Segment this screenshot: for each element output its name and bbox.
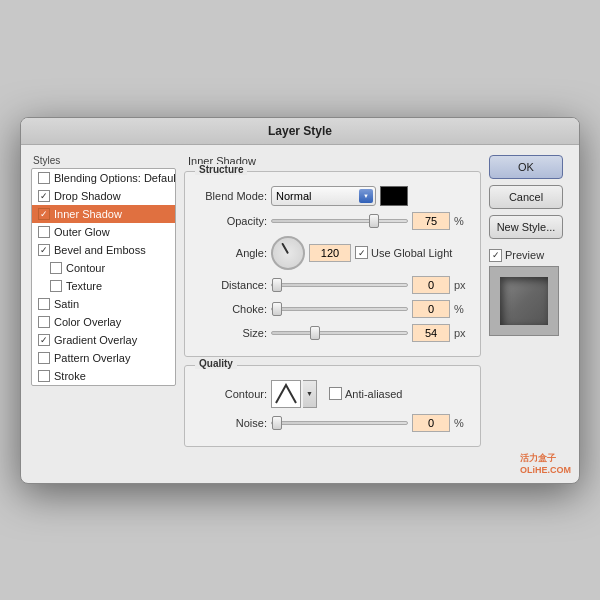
contour-select-wrap: ▼ xyxy=(271,380,317,408)
sidebar-item-satin[interactable]: Satin xyxy=(32,295,175,313)
sidebar-checkbox-gradient-overlay[interactable] xyxy=(38,334,50,346)
distance-unit: px xyxy=(454,279,470,291)
anti-aliased-label: Anti-aliased xyxy=(329,387,402,400)
sidebar-item-drop-shadow[interactable]: Drop Shadow xyxy=(32,187,175,205)
angle-row: Angle: 120 Use Global Light xyxy=(195,236,470,270)
noise-input[interactable]: 0 xyxy=(412,414,450,432)
sidebar-label-gradient-overlay: Gradient Overlay xyxy=(54,334,137,346)
noise-row: Noise: 0 % xyxy=(195,414,470,432)
sidebar-label-satin: Satin xyxy=(54,298,79,310)
sidebar-item-stroke[interactable]: Stroke xyxy=(32,367,175,385)
choke-slider[interactable] xyxy=(271,302,408,316)
distance-row: Distance: 0 px xyxy=(195,276,470,294)
styles-label: Styles xyxy=(31,155,176,166)
distance-input[interactable]: 0 xyxy=(412,276,450,294)
sidebar-item-color-overlay[interactable]: Color Overlay xyxy=(32,313,175,331)
noise-slider[interactable] xyxy=(271,416,408,430)
sidebar-label-drop-shadow: Drop Shadow xyxy=(54,190,121,202)
contour-thumbnail[interactable] xyxy=(271,380,301,408)
sidebar-label-outer-glow: Outer Glow xyxy=(54,226,110,238)
size-row: Size: 54 px xyxy=(195,324,470,342)
sidebar-item-texture[interactable]: Texture xyxy=(32,277,175,295)
sidebar-item-contour[interactable]: Contour xyxy=(32,259,175,277)
preview-label: Preview xyxy=(489,249,569,262)
choke-input[interactable]: 0 xyxy=(412,300,450,318)
new-style-button[interactable]: New Style... xyxy=(489,215,563,239)
distance-label: Distance: xyxy=(195,279,267,291)
sidebar-item-blending-options[interactable]: Blending Options: Default xyxy=(32,169,175,187)
sidebar-checkbox-texture[interactable] xyxy=(50,280,62,292)
sidebar-checkbox-pattern-overlay[interactable] xyxy=(38,352,50,364)
noise-thumb[interactable] xyxy=(272,416,282,430)
opacity-input[interactable]: 75 xyxy=(412,212,450,230)
structure-title: Structure xyxy=(195,164,247,175)
choke-row: Choke: 0 % xyxy=(195,300,470,318)
sidebar-checkbox-stroke[interactable] xyxy=(38,370,50,382)
contour-dropdown-arrow[interactable]: ▼ xyxy=(303,380,317,408)
sidebar-item-gradient-overlay[interactable]: Gradient Overlay xyxy=(32,331,175,349)
opacity-label: Opacity: xyxy=(195,215,267,227)
blend-mode-row: Blend Mode: Normal Multiply Screen xyxy=(195,186,470,206)
blend-mode-select-wrapper: Normal Multiply Screen xyxy=(271,186,376,206)
sidebar-label-bevel-emboss: Bevel and Emboss xyxy=(54,244,146,256)
distance-thumb[interactable] xyxy=(272,278,282,292)
dialog-footer: 活力盒子 OLiHE.COM xyxy=(21,465,579,483)
sidebar-checkbox-drop-shadow[interactable] xyxy=(38,190,50,202)
global-light-label: Use Global Light xyxy=(355,246,452,259)
size-thumb[interactable] xyxy=(310,326,320,340)
sidebar-label-contour: Contour xyxy=(66,262,105,274)
blend-mode-label: Blend Mode: xyxy=(195,190,267,202)
styles-list: Blending Options: DefaultDrop ShadowInne… xyxy=(31,168,176,386)
sidebar-item-outer-glow[interactable]: Outer Glow xyxy=(32,223,175,241)
preview-inner xyxy=(500,277,548,325)
sidebar-checkbox-satin[interactable] xyxy=(38,298,50,310)
opacity-thumb[interactable] xyxy=(369,214,379,228)
sidebar-checkbox-outer-glow[interactable] xyxy=(38,226,50,238)
sidebar-item-pattern-overlay[interactable]: Pattern Overlay xyxy=(32,349,175,367)
blend-mode-select[interactable]: Normal Multiply Screen xyxy=(271,186,376,206)
noise-label: Noise: xyxy=(195,417,267,429)
preview-checkbox[interactable] xyxy=(489,249,502,262)
size-unit: px xyxy=(454,327,470,339)
angle-input[interactable]: 120 xyxy=(309,244,351,262)
choke-unit: % xyxy=(454,303,470,315)
anti-aliased-checkbox[interactable] xyxy=(329,387,342,400)
sidebar-label-inner-shadow: Inner Shadow xyxy=(54,208,122,220)
sidebar-checkbox-color-overlay[interactable] xyxy=(38,316,50,328)
right-panel: OK Cancel New Style... Preview xyxy=(489,155,569,455)
quality-title: Quality xyxy=(195,358,237,369)
sidebar-label-stroke: Stroke xyxy=(54,370,86,382)
global-light-checkbox[interactable] xyxy=(355,246,368,259)
blend-mode-color-swatch[interactable] xyxy=(380,186,408,206)
sidebar-checkbox-inner-shadow[interactable] xyxy=(38,208,50,220)
sidebar-label-blending-options: Blending Options: Default xyxy=(54,172,176,184)
choke-thumb[interactable] xyxy=(272,302,282,316)
layer-style-dialog: Layer Style Styles Blending Options: Def… xyxy=(20,117,580,484)
quality-section: Quality Contour: ▼ xyxy=(184,365,481,447)
size-input[interactable]: 54 xyxy=(412,324,450,342)
middle-panel: Inner Shadow Structure Blend Mode: Norma… xyxy=(184,155,481,455)
sidebar-label-pattern-overlay: Pattern Overlay xyxy=(54,352,130,364)
sidebar-item-bevel-emboss[interactable]: Bevel and Emboss xyxy=(32,241,175,259)
preview-box xyxy=(489,266,559,336)
sidebar-label-color-overlay: Color Overlay xyxy=(54,316,121,328)
distance-slider[interactable] xyxy=(271,278,408,292)
structure-section: Structure Blend Mode: Normal Multiply Sc… xyxy=(184,171,481,357)
preview-section: Preview xyxy=(489,249,569,336)
sidebar-checkbox-bevel-emboss[interactable] xyxy=(38,244,50,256)
contour-label: Contour: xyxy=(195,388,267,400)
sidebar-checkbox-contour[interactable] xyxy=(50,262,62,274)
size-label: Size: xyxy=(195,327,267,339)
angle-dial[interactable] xyxy=(271,236,305,270)
sidebar-item-inner-shadow[interactable]: Inner Shadow xyxy=(32,205,175,223)
angle-label: Angle: xyxy=(195,247,267,259)
cancel-button[interactable]: Cancel xyxy=(489,185,563,209)
noise-unit: % xyxy=(454,417,470,429)
sidebar-checkbox-blending-options[interactable] xyxy=(38,172,50,184)
opacity-unit: % xyxy=(454,215,470,227)
left-panel: Styles Blending Options: DefaultDrop Sha… xyxy=(31,155,176,455)
ok-button[interactable]: OK xyxy=(489,155,563,179)
contour-row: Contour: ▼ Anti-aliased xyxy=(195,380,470,408)
opacity-slider[interactable] xyxy=(271,214,408,228)
size-slider[interactable] xyxy=(271,326,408,340)
